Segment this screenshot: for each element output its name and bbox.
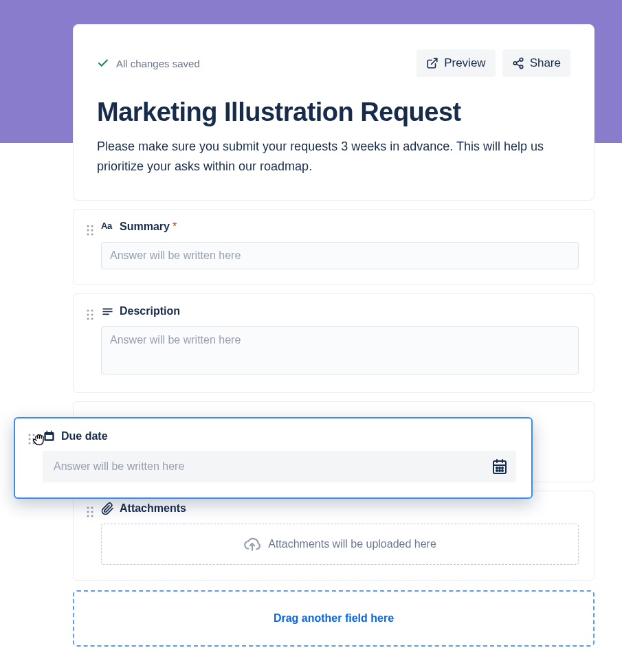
svg-point-21 [87,506,89,508]
summary-label: Summary [120,221,170,233]
drag-handle-icon[interactable] [86,506,94,518]
attachments-dropzone-text: Attachments will be uploaded here [268,538,436,550]
summary-field-card[interactable]: Aa Summary* [73,209,595,285]
summary-field-content: Aa Summary* [101,221,579,269]
svg-point-47 [502,470,503,471]
form-header-card: All changes saved Preview Share Marketin… [73,24,595,201]
add-field-dropzone-label: Drag another field here [274,612,394,624]
due-date-input[interactable] [51,451,491,482]
header-actions: Preview Share [416,49,570,77]
due-date-field-card-dragging[interactable]: Due date [14,417,533,499]
attachments-dropzone[interactable]: Attachments will be uploaded here [101,524,579,565]
attachments-label-row: Attachments [101,502,579,515]
add-field-dropzone[interactable]: Drag another field here [73,590,595,647]
paperclip-icon [101,502,114,515]
svg-point-24 [91,511,93,513]
share-icon [512,57,524,69]
summary-label-row: Aa Summary* [101,221,579,234]
form-builder-container: All changes saved Preview Share Marketin… [73,0,595,647]
attachments-field-content: Attachments Attachments will be uploaded… [101,502,579,565]
svg-point-7 [91,225,93,227]
attachments-label: Attachments [120,502,186,515]
text-type-icon: Aa [101,221,114,234]
due-date-label-row: Due date [43,429,516,443]
svg-line-5 [516,60,520,63]
required-indicator: * [173,221,177,233]
svg-point-22 [91,506,93,508]
svg-point-25 [87,515,89,517]
svg-point-30 [29,438,31,440]
attachments-field-card[interactable]: Attachments Attachments will be uploaded… [73,491,595,581]
drag-handle-icon[interactable] [27,433,36,448]
save-status: All changes saved [97,57,200,69]
due-date-label: Due date [61,430,108,443]
save-status-text: All changes saved [116,58,200,69]
svg-point-17 [91,317,93,320]
form-description[interactable]: Please make sure you submit your request… [97,137,570,177]
description-label-row: Description [101,305,579,318]
share-button-label: Share [530,56,561,70]
due-date-input-wrapper[interactable] [43,451,516,482]
svg-point-23 [87,511,89,513]
svg-point-8 [87,229,89,231]
due-date-field-content: Due date [43,429,516,482]
preview-button[interactable]: Preview [416,49,495,77]
svg-point-44 [502,467,503,469]
cloud-upload-icon [243,535,261,553]
svg-point-6 [87,225,89,227]
svg-rect-35 [46,435,53,439]
external-link-icon [426,57,438,69]
drag-handle-icon[interactable] [86,224,94,236]
drag-handle-icon[interactable] [86,309,94,321]
description-label: Description [120,305,180,317]
form-title[interactable]: Marketing Illustration Request [97,98,570,127]
svg-line-0 [432,58,437,64]
svg-point-28 [29,434,31,436]
svg-point-42 [496,467,498,469]
svg-point-11 [91,233,93,235]
svg-point-14 [87,313,89,315]
svg-point-10 [87,233,89,235]
svg-point-12 [87,309,89,311]
svg-point-13 [91,309,93,311]
check-icon [97,57,109,69]
svg-point-45 [496,470,498,471]
svg-point-32 [29,443,31,445]
svg-line-4 [516,64,520,66]
svg-point-16 [87,317,89,320]
share-button[interactable]: Share [502,49,570,77]
header-top-row: All changes saved Preview Share [97,49,570,77]
description-field-card[interactable]: Description [73,293,595,393]
svg-point-9 [91,229,93,231]
svg-point-43 [499,467,500,469]
description-textarea[interactable] [101,326,579,374]
preview-button-label: Preview [444,56,485,70]
description-field-content: Description [101,305,579,377]
svg-point-26 [91,515,93,517]
svg-point-46 [499,470,500,471]
svg-rect-37 [51,431,52,433]
summary-input[interactable] [101,242,579,269]
calendar-icon[interactable] [491,458,508,475]
grab-cursor-icon [32,432,47,447]
svg-point-15 [91,313,93,315]
paragraph-icon [101,305,114,318]
